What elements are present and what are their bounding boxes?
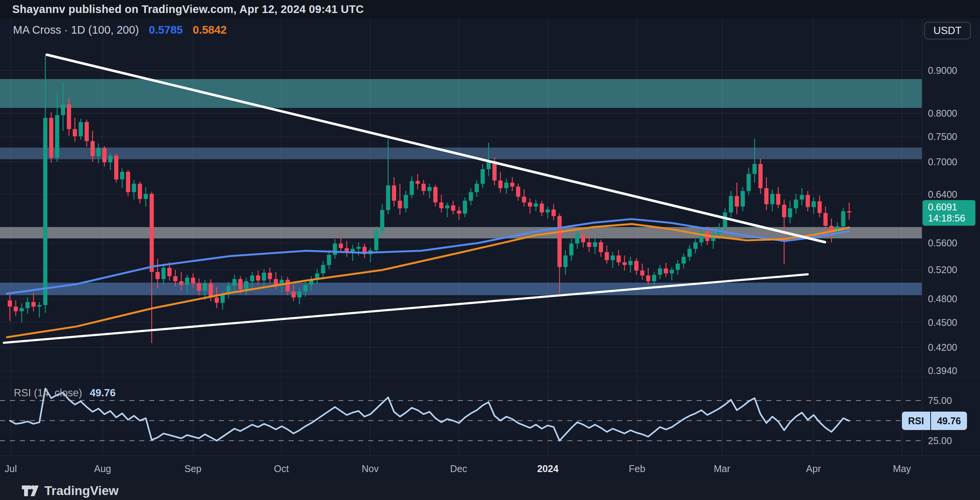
candle-body bbox=[427, 187, 431, 191]
candle-body bbox=[291, 292, 296, 298]
current-price-value: 0.6091 bbox=[928, 202, 975, 213]
candle-body bbox=[150, 194, 154, 272]
candle-body bbox=[167, 268, 172, 276]
candle-body bbox=[37, 305, 41, 306]
candle-body bbox=[658, 269, 662, 275]
candle-body bbox=[723, 212, 727, 228]
candle-body bbox=[841, 211, 845, 226]
candle-body bbox=[776, 194, 780, 205]
candle-body bbox=[410, 181, 414, 195]
candle-body bbox=[457, 211, 461, 214]
time-axis-label: Nov bbox=[362, 463, 379, 474]
footer-bar: TradingView bbox=[0, 481, 980, 500]
price-axis-label: 0.7000 bbox=[928, 156, 957, 167]
price-chart-canvas[interactable]: 0.90000.80000.75000.70000.64000.56000.52… bbox=[0, 0, 980, 500]
price-axis-label: 0.3940 bbox=[928, 365, 957, 376]
price-axis-label: 0.6400 bbox=[928, 189, 957, 200]
candle-body bbox=[498, 181, 503, 188]
candle-body bbox=[617, 256, 621, 262]
candle-body bbox=[670, 270, 674, 273]
candle-body bbox=[788, 208, 792, 217]
ma100-value: 0.5785 bbox=[149, 24, 183, 36]
candle-body bbox=[782, 205, 786, 217]
candle-body bbox=[126, 172, 130, 192]
candle-body bbox=[61, 104, 65, 115]
price-axis-label: 0.4500 bbox=[928, 317, 957, 328]
candle-body bbox=[404, 195, 408, 208]
candle-body bbox=[31, 302, 36, 306]
indicator-title: MA Cross · 1D (100, 200) bbox=[13, 24, 139, 36]
candle-body bbox=[49, 118, 53, 158]
candle-body bbox=[173, 276, 178, 281]
candle-body bbox=[114, 156, 118, 179]
candle-body bbox=[374, 231, 379, 250]
candle-body bbox=[564, 256, 568, 267]
publish-bar: Shayannv published on TradingView.com, A… bbox=[0, 0, 980, 18]
candle-body bbox=[522, 197, 526, 202]
candle-body bbox=[433, 187, 438, 202]
candle-body bbox=[676, 264, 680, 270]
candle-body bbox=[85, 122, 89, 141]
candle-body bbox=[794, 200, 798, 208]
candle-body bbox=[155, 272, 160, 279]
candle-body bbox=[132, 184, 136, 192]
candle-body bbox=[552, 210, 556, 216]
candle-body bbox=[250, 275, 254, 281]
candle-body bbox=[605, 252, 609, 260]
candle-body bbox=[43, 118, 47, 305]
candle-body bbox=[297, 292, 302, 298]
candle-body bbox=[746, 174, 751, 191]
candle-body bbox=[386, 186, 390, 210]
candle-body bbox=[380, 210, 384, 231]
candle-body bbox=[256, 275, 260, 280]
publish-text: Shayannv published on TradingView.com, A… bbox=[12, 3, 364, 16]
candle-body bbox=[327, 255, 331, 265]
candle-body bbox=[847, 211, 851, 212]
candle-body bbox=[179, 281, 183, 285]
candle-body bbox=[593, 242, 597, 247]
candle-body bbox=[26, 302, 30, 308]
time-axis-label: 2024 bbox=[537, 463, 559, 474]
bar-countdown: 14:18:56 bbox=[928, 213, 975, 224]
candle-body bbox=[90, 141, 95, 156]
candle-body bbox=[14, 306, 18, 311]
price-axis-label: 0.7500 bbox=[928, 131, 957, 142]
candle-body bbox=[451, 205, 455, 211]
price-zone-support bbox=[0, 283, 922, 295]
candle-body bbox=[463, 201, 467, 214]
candle-body bbox=[693, 242, 697, 249]
indicator-header: MA Cross · 1D (100, 200) 0.5785 0.5842 bbox=[13, 24, 227, 36]
candle-body bbox=[510, 182, 514, 186]
rsi-badge-label: RSI bbox=[902, 412, 930, 430]
price-axis-label: 0.5600 bbox=[928, 238, 957, 248]
rsi-indicator-value: 49.76 bbox=[90, 387, 116, 399]
time-axis-label: May bbox=[893, 463, 911, 474]
candle-body bbox=[333, 244, 337, 255]
candle-body bbox=[96, 148, 101, 156]
candle-body bbox=[321, 265, 325, 274]
candle-body bbox=[120, 172, 124, 179]
tradingview-logo-icon[interactable] bbox=[21, 484, 39, 498]
candle-body bbox=[628, 261, 632, 265]
candle-body bbox=[652, 275, 656, 281]
candle-body bbox=[557, 216, 562, 267]
candle-body bbox=[185, 278, 189, 285]
candle-body bbox=[480, 169, 485, 184]
time-axis-label: Aug bbox=[94, 463, 111, 474]
candle-body bbox=[611, 256, 615, 260]
candle-body bbox=[764, 188, 769, 204]
rsi-axis-label: 25.00 bbox=[928, 435, 952, 446]
candle-body bbox=[664, 269, 668, 274]
candle-body bbox=[599, 242, 603, 252]
symbol-currency-button[interactable]: USDT bbox=[924, 22, 971, 39]
candle-body bbox=[823, 213, 828, 226]
candle-body bbox=[681, 257, 686, 264]
candle-body bbox=[569, 244, 573, 256]
candle-body bbox=[55, 115, 59, 158]
candle-body bbox=[729, 196, 733, 213]
candle-body bbox=[162, 268, 166, 279]
candle-body bbox=[268, 273, 272, 279]
rsi-axis-badge: RSI 49.76 bbox=[902, 412, 967, 430]
candle-body bbox=[634, 261, 639, 270]
symbol-currency-label: USDT bbox=[933, 25, 962, 37]
